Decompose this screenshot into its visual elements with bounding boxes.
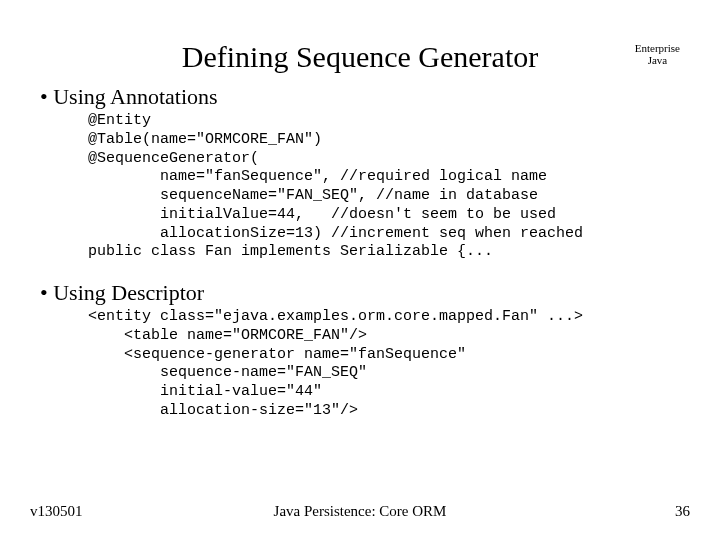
slide-content: Using Annotations @Entity @Table(name="O… (30, 84, 690, 421)
footer-version: v130501 (30, 503, 83, 520)
corner-line2: Java (635, 54, 680, 66)
code-descriptor: <entity class="ejava.examples.orm.core.m… (40, 308, 690, 421)
slide-footer: v130501 Java Persistence: Core ORM 36 (30, 503, 690, 520)
corner-label: Enterprise Java (635, 42, 680, 66)
bullet-annotations: Using Annotations (40, 84, 690, 110)
footer-title: Java Persistence: Core ORM (274, 503, 447, 520)
slide-title: Defining Sequence Generator (30, 40, 690, 74)
footer-page: 36 (675, 503, 690, 520)
bullet-descriptor: Using Descriptor (40, 280, 690, 306)
code-annotations: @Entity @Table(name="ORMCORE_FAN") @Sequ… (40, 112, 690, 262)
slide-header: Defining Sequence Generator Enterprise J… (30, 40, 690, 74)
corner-line1: Enterprise (635, 42, 680, 54)
